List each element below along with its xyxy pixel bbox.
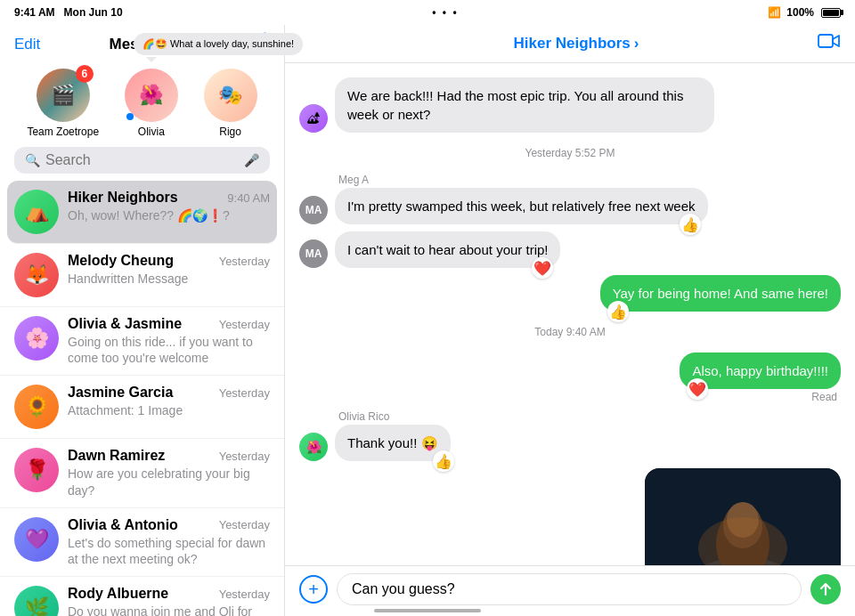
message-input[interactable] xyxy=(337,573,802,605)
bubble-wrap-4: Yay for being home! And same here! 👍 xyxy=(600,275,841,312)
olivia-name: Olivia xyxy=(138,126,165,138)
bubble-2: I'm pretty swamped this week, but relati… xyxy=(335,188,708,224)
olivia-unread-dot xyxy=(126,113,134,120)
edit-button[interactable]: Edit xyxy=(14,36,40,53)
conv-time-olivia-a: Yesterday xyxy=(219,518,270,531)
rigo-name: Rigo xyxy=(219,126,241,138)
reaction-2: 👍 xyxy=(680,214,701,235)
svg-rect-0 xyxy=(818,35,833,47)
conv-avatar-olivia-j: 🌸 xyxy=(14,316,59,361)
conv-preview-rody: Do you wanna join me and Oli for 🍳🥐 brea… xyxy=(68,604,270,616)
wifi-icon: 📶 xyxy=(768,6,781,19)
messages-area: 🏕 We are back!!! Had the most epic trip.… xyxy=(285,63,855,565)
send-icon xyxy=(818,581,834,597)
conv-name-olivia-a: Olivia & Antonio xyxy=(68,517,178,533)
conv-time-melody: Yesterday xyxy=(219,255,270,268)
conv-olivia-antonio[interactable]: 💜 Olivia & Antonio Yesterday Let's do so… xyxy=(0,508,284,577)
conv-time-rody: Yesterday xyxy=(219,588,270,601)
chat-title-button[interactable]: Hiker Neighbors › xyxy=(514,35,639,53)
chat-header: Hiker Neighbors › xyxy=(285,25,855,63)
video-icon xyxy=(818,32,841,50)
conv-header-olivia-j: Olivia & Jasmine Yesterday xyxy=(68,316,270,332)
chevron-right-icon: › xyxy=(634,35,639,53)
status-time: 9:41 AM Mon Jun 10 xyxy=(14,6,123,19)
pinned-olivia[interactable]: 🌈🤩 What a lovely day, sunshine! 🌺 Olivia xyxy=(125,69,178,138)
search-icon: 🔍 xyxy=(25,153,40,167)
app-container: Edit Messages 🎬 6 Team Zoetrope 🌈🤩 xyxy=(0,25,855,616)
add-button[interactable]: + xyxy=(299,575,328,604)
msg-avatar-3: MA xyxy=(299,239,328,268)
olivia-bubble: 🌈🤩 What a lovely day, sunshine! xyxy=(134,33,303,55)
message-2: MA Meg A I'm pretty swamped this week, b… xyxy=(299,174,841,224)
bubble-wrap-2: Meg A I'm pretty swamped this week, but … xyxy=(335,174,708,224)
bubble-wrap-1: We are back!!! Had the most epic trip. Y… xyxy=(335,77,714,133)
message-1: 🏕 We are back!!! Had the most epic trip.… xyxy=(299,77,841,133)
msg-avatar-1: 🏕 xyxy=(299,104,328,133)
pinned-contacts: 🎬 6 Team Zoetrope 🌈🤩 What a lovely day, … xyxy=(0,60,284,147)
conv-avatar-hiker: ⛺ xyxy=(14,190,59,234)
conv-header-dawn: Dawn Ramirez Yesterday xyxy=(68,448,270,464)
search-input[interactable] xyxy=(45,152,239,168)
conv-avatar-dawn: 🌹 xyxy=(14,448,59,492)
team-badge: 6 xyxy=(76,65,94,83)
bubble-wrap-5: Also, happy birthday!!!! ❤️ Read xyxy=(680,353,841,403)
conv-jasmine-garcia[interactable]: 🌻 Jasmine Garcia Yesterday Attachment: 1… xyxy=(0,376,284,439)
mic-icon[interactable]: 🎤 xyxy=(244,153,259,167)
conv-avatar-olivia-a: 💜 xyxy=(14,517,59,562)
conv-name-hiker: Hiker Neighbors xyxy=(68,190,178,206)
status-indicators: 📶 100% xyxy=(768,6,841,19)
bubble-6: Thank you!! 😝 xyxy=(335,425,451,461)
rigo-avatar: 🎭 xyxy=(204,69,257,122)
conv-body-melody: Melody Cheung Yesterday Handwritten Mess… xyxy=(68,253,270,287)
conv-melody-cheung[interactable]: 🦊 Melody Cheung Yesterday Handwritten Me… xyxy=(0,244,284,307)
message-5: Also, happy birthday!!!! ❤️ Read xyxy=(299,353,841,403)
conv-body-jasmine: Jasmine Garcia Yesterday Attachment: 1 I… xyxy=(68,385,270,418)
home-indicator xyxy=(374,609,481,612)
conv-preview-jasmine: Attachment: 1 Image xyxy=(68,402,270,418)
conv-preview-hiker: Oh, wow! Where?? 🌈🌍❗? xyxy=(68,207,270,223)
date-label: Mon Jun 10 xyxy=(64,6,123,19)
timestamp-1: Yesterday 5:52 PM xyxy=(299,147,841,159)
conv-body-olivia-a: Olivia & Antonio Yesterday Let's do some… xyxy=(68,517,270,567)
video-call-button[interactable] xyxy=(818,32,841,55)
timestamp-2: Today 9:40 AM xyxy=(299,326,841,338)
send-button[interactable] xyxy=(810,574,841,604)
sender-label-2: Meg A xyxy=(335,174,369,186)
battery-icon xyxy=(821,8,841,18)
chat-title-label: Hiker Neighbors xyxy=(514,35,631,53)
conv-preview-dawn: How are you celebrating your big day? xyxy=(68,466,270,498)
read-label-5: Read xyxy=(811,391,841,403)
bubble-3: I can't wait to hear about your trip! xyxy=(335,231,560,268)
message-3: MA I can't wait to hear about your trip!… xyxy=(299,231,841,268)
pinned-rigo[interactable]: 🎭 Rigo xyxy=(204,69,257,138)
conv-body-rody: Rody Albuerne Yesterday Do you wanna joi… xyxy=(68,586,270,616)
conv-header-rody: Rody Albuerne Yesterday xyxy=(68,586,270,602)
right-panel: Hiker Neighbors › 🏕 We are back!!! Had t… xyxy=(285,25,855,616)
conv-time-jasmine: Yesterday xyxy=(219,386,270,400)
conv-preview-olivia-a: Let's do something special for dawn at t… xyxy=(68,535,270,567)
input-area: + xyxy=(285,565,855,616)
bubble-wrap-7 xyxy=(645,468,841,565)
chat-photo xyxy=(645,468,841,565)
left-panel: Edit Messages 🎬 6 Team Zoetrope 🌈🤩 xyxy=(0,25,285,616)
conv-header-hiker: Hiker Neighbors 9:40 AM xyxy=(68,190,270,206)
conv-name-dawn: Dawn Ramirez xyxy=(68,448,165,464)
message-7 xyxy=(299,468,841,565)
conv-name-melody: Melody Cheung xyxy=(68,253,174,269)
search-bar[interactable]: 🔍 🎤 xyxy=(14,147,270,174)
conv-header-melody: Melody Cheung Yesterday xyxy=(68,253,270,269)
conv-time-hiker: 9:40 AM xyxy=(227,191,270,205)
pinned-team-zoetrope[interactable]: 🎬 6 Team Zoetrope xyxy=(27,69,99,138)
conv-rody-albuerne[interactable]: 🌿 Rody Albuerne Yesterday Do you wanna j… xyxy=(0,577,284,616)
conv-dawn-ramirez[interactable]: 🌹 Dawn Ramirez Yesterday How are you cel… xyxy=(0,439,284,507)
conv-header-olivia-a: Olivia & Antonio Yesterday xyxy=(68,517,270,533)
reaction-4: 👍 xyxy=(607,301,629,322)
conv-name-olivia-j: Olivia & Jasmine xyxy=(68,316,182,332)
conv-avatar-rody: 🌿 xyxy=(14,586,59,616)
msg-avatar-2: MA xyxy=(299,196,328,224)
conv-hiker-neighbors[interactable]: ⛺ Hiker Neighbors 9:40 AM Oh, wow! Where… xyxy=(7,181,277,244)
battery-label: 100% xyxy=(786,6,814,19)
bubble-wrap-6: Olivia Rico Thank you!! 😝 👍 xyxy=(335,410,451,461)
conv-olivia-jasmine[interactable]: 🌸 Olivia & Jasmine Yesterday Going on th… xyxy=(0,307,284,376)
conv-avatar-melody: 🦊 xyxy=(14,253,59,297)
